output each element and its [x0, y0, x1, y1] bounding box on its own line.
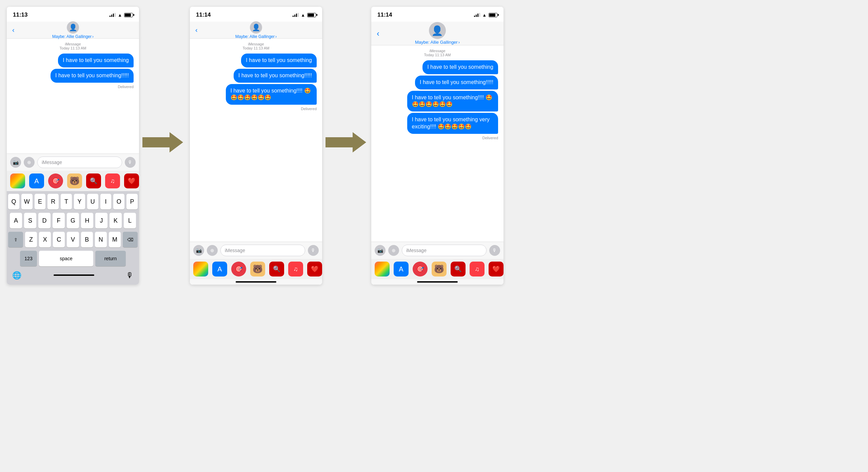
key-123[interactable]: 123 — [20, 251, 37, 266]
status-bar-2: 11:14 ▲ — [190, 7, 322, 22]
meta-time-1: Today 11:13 AM — [12, 46, 134, 50]
message-input-1[interactable]: iMessage — [37, 157, 122, 168]
red-app-1[interactable]: ❤️ — [124, 173, 139, 188]
red-app-3[interactable]: ❤️ — [489, 262, 504, 276]
search-app-1[interactable]: 🔍 — [86, 173, 101, 188]
target-app-2[interactable]: 🎯 — [231, 262, 246, 276]
message-3-2: I have to tell you something!!!!! — [415, 76, 498, 89]
camera-button-2[interactable]: 📷 — [193, 245, 204, 256]
bottom-bar-3: 📷 ⊕ iMessage 🎙 A 🎯 🐻 🔍 ♫ ❤️ — [371, 242, 504, 285]
key-space[interactable]: space — [39, 251, 93, 266]
key-F[interactable]: F — [53, 213, 65, 228]
avatar-1: 👤 — [67, 21, 79, 34]
key-N[interactable]: N — [95, 232, 107, 247]
target-app-1[interactable]: 🎯 — [48, 173, 63, 188]
contact-name-2[interactable]: Maybe: Allie Gallinger › — [235, 34, 277, 39]
key-S[interactable]: S — [24, 213, 36, 228]
nav-bar-3: ‹ 👤 Maybe: Allie Gallinger › — [371, 22, 504, 45]
keyboard-1: Q W E R T Y U I O P A S D F G H — [7, 191, 139, 285]
apps-button-1[interactable]: ⊕ — [24, 157, 35, 168]
red-app-2[interactable]: ❤️ — [307, 262, 322, 276]
photos-app-1[interactable] — [10, 173, 25, 188]
target-app-3[interactable]: 🎯 — [413, 262, 428, 276]
emoji-app-3[interactable]: 🐻 — [432, 262, 447, 276]
mic-key-icon[interactable]: 🎙 — [126, 271, 134, 280]
music-app-2[interactable]: ♫ — [288, 262, 303, 276]
camera-button-3[interactable]: 📷 — [375, 245, 386, 256]
key-K[interactable]: K — [110, 213, 122, 228]
meta-time-2: Today 11:13 AM — [195, 46, 317, 50]
key-L[interactable]: L — [124, 213, 136, 228]
key-I[interactable]: I — [100, 194, 112, 209]
key-V[interactable]: V — [67, 232, 79, 247]
apps-button-3[interactable]: ⊕ — [388, 245, 399, 256]
key-delete[interactable]: ⌫ — [123, 232, 138, 247]
wifi-icon-1: ▲ — [118, 13, 122, 18]
back-button-3[interactable]: ‹ — [377, 29, 379, 38]
message-1-2: I have to tell you something!!!!! — [51, 69, 134, 83]
key-Z[interactable]: Z — [25, 232, 37, 247]
search-app-2[interactable]: 🔍 — [269, 262, 284, 276]
status-icons-2: ▲ — [293, 13, 316, 18]
music-app-3[interactable]: ♫ — [470, 262, 485, 276]
key-H[interactable]: H — [81, 213, 93, 228]
key-shift[interactable]: ⇧ — [8, 232, 23, 247]
signal-icon-3 — [474, 13, 480, 17]
search-app-3[interactable]: 🔍 — [451, 262, 466, 276]
mic-button-1[interactable]: 🎙 — [125, 157, 136, 168]
avatar-2: 👤 — [250, 21, 262, 34]
key-Q[interactable]: Q — [8, 194, 19, 209]
key-Y[interactable]: Y — [74, 194, 85, 209]
delivered-3: Delivered — [377, 136, 498, 140]
wifi-icon-3: ▲ — [482, 13, 487, 18]
message-2-3: I have to tell you something!!!! 🤩🤩🤩🤩🤩🤩🤩 — [226, 84, 317, 105]
person-icon-3: 👤 — [431, 25, 443, 36]
key-G[interactable]: G — [67, 213, 79, 228]
key-C[interactable]: C — [53, 232, 65, 247]
key-return[interactable]: return — [95, 251, 126, 266]
key-W[interactable]: W — [21, 194, 33, 209]
contact-info-1: 👤 Maybe: Allie Gallinger › — [52, 21, 94, 39]
apps-button-2[interactable]: ⊕ — [207, 245, 218, 256]
avatar-3: 👤 — [429, 22, 446, 39]
keyboard-row4: 123 space return — [8, 251, 138, 266]
contact-name-3[interactable]: Maybe: Allie Gallinger › — [415, 40, 460, 45]
contact-name-1[interactable]: Maybe: Allie Gallinger › — [52, 34, 94, 39]
photos-app-3[interactable] — [375, 262, 390, 276]
key-E[interactable]: E — [35, 194, 46, 209]
mic-button-2[interactable]: 🎙 — [308, 245, 319, 256]
status-icons-1: ▲ — [110, 13, 133, 18]
photos-app-2[interactable] — [193, 262, 208, 276]
input-row-2: 📷 ⊕ iMessage 🎙 — [190, 242, 322, 259]
key-O[interactable]: O — [113, 194, 124, 209]
app-icons-row-2: A 🎯 🐻 🔍 ♫ ❤️ — [190, 259, 322, 279]
app-icons-row-1: A 🎯 🐻 🔍 ♫ ❤️ — [7, 171, 139, 191]
message-input-3[interactable]: iMessage — [402, 245, 487, 256]
key-A[interactable]: A — [10, 213, 22, 228]
back-button-1[interactable]: ‹ — [12, 26, 15, 34]
key-J[interactable]: J — [95, 213, 107, 228]
arrow-1-shape — [142, 132, 183, 152]
globe-icon[interactable]: 🌐 — [12, 271, 21, 280]
person-icon-1: 👤 — [69, 23, 77, 32]
key-R[interactable]: R — [47, 194, 59, 209]
key-M[interactable]: M — [109, 232, 121, 247]
key-X[interactable]: X — [39, 232, 51, 247]
emoji-app-1[interactable]: 🐻 — [67, 173, 82, 188]
emoji-app-2[interactable]: 🐻 — [250, 262, 265, 276]
key-T[interactable]: T — [61, 194, 72, 209]
camera-button-1[interactable]: 📷 — [10, 157, 21, 168]
appstore-app-1[interactable]: A — [29, 173, 44, 188]
key-D[interactable]: D — [38, 213, 51, 228]
meta-time-3: Today 11:13 AM — [377, 53, 498, 57]
key-P[interactable]: P — [126, 194, 138, 209]
message-area-1: iMessage Today 11:13 AM I have to tell y… — [7, 39, 139, 153]
music-app-1[interactable]: ♫ — [105, 173, 120, 188]
appstore-app-3[interactable]: A — [394, 262, 409, 276]
key-U[interactable]: U — [87, 194, 98, 209]
key-B[interactable]: B — [81, 232, 93, 247]
message-input-2[interactable]: iMessage — [220, 245, 305, 256]
back-button-2[interactable]: ‹ — [195, 26, 198, 34]
appstore-app-2[interactable]: A — [212, 262, 227, 276]
mic-button-3[interactable]: 🎙 — [489, 245, 500, 256]
